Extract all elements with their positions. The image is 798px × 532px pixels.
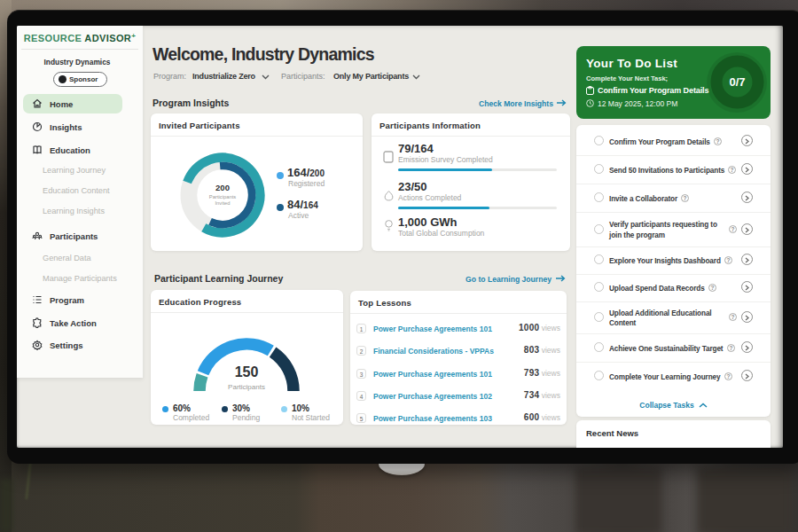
svg-text:Invited: Invited [215,200,230,206]
svg-text:200: 200 [215,183,230,192]
svg-text:0/7: 0/7 [729,75,745,89]
svg-text:Participants: Participants [209,194,236,200]
